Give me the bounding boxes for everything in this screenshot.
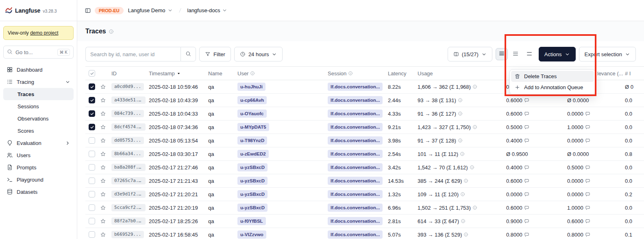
row-checkbox[interactable] bbox=[89, 178, 95, 184]
row-checkbox[interactable] bbox=[89, 151, 95, 157]
sidebar-item-datasets[interactable]: Datasets bbox=[3, 186, 74, 198]
user-pill[interactable]: u-yzSBxcD bbox=[237, 190, 268, 198]
sidebar-item-traces[interactable]: Traces bbox=[3, 88, 74, 100]
session-pill[interactable]: lf.docs.conversation... bbox=[328, 204, 383, 211]
sidebar-item-sessions[interactable]: Sessions bbox=[3, 100, 74, 112]
row-checkbox[interactable] bbox=[89, 204, 95, 211]
column-header-session[interactable]: Session bbox=[328, 70, 388, 77]
trace-id-pill[interactable]: a433de51... bbox=[111, 96, 146, 104]
trace-id-pill[interactable]: 8dcf4574... bbox=[111, 123, 146, 131]
session-pill[interactable]: lf.docs.conversation... bbox=[328, 217, 383, 225]
column-header-name[interactable]: Name bbox=[208, 70, 237, 77]
row-checkbox[interactable] bbox=[89, 110, 95, 117]
trace-id-pill[interactable]: b669529... bbox=[111, 231, 144, 239]
sidebar-item-tracing[interactable]: Tracing bbox=[3, 76, 74, 88]
bookmark-star-icon[interactable] bbox=[100, 97, 106, 103]
org-switcher[interactable]: Langfuse Demo bbox=[127, 6, 174, 15]
session-pill[interactable]: lf.docs.conversation... bbox=[328, 190, 383, 198]
table-row[interactable]: 8dcf4574... 2025-02-18 07:34:36 qa u-MYp… bbox=[85, 121, 644, 134]
row-height-small-button[interactable] bbox=[496, 48, 508, 60]
sidebar-item-evaluation[interactable]: Evaluation bbox=[3, 137, 74, 149]
trace-id-pill[interactable]: 5cca9cf2... bbox=[111, 204, 146, 212]
comment-icon[interactable] bbox=[585, 205, 590, 210]
sidebar-item-users[interactable]: Users bbox=[3, 149, 74, 161]
session-pill[interactable]: lf.docs.conversation... bbox=[328, 123, 383, 131]
demo-project-link[interactable]: demo project bbox=[30, 30, 58, 36]
session-pill[interactable]: lf.docs.conversation... bbox=[328, 83, 383, 90]
table-row[interactable]: 8b66a34... 2025-02-18 03:30:17 qa u-zEwd… bbox=[85, 147, 644, 161]
table-row[interactable]: dd05753... 2025-02-18 05:13:54 qa u-T98Y… bbox=[85, 134, 644, 147]
comment-icon[interactable] bbox=[585, 165, 590, 170]
row-checkbox[interactable] bbox=[89, 218, 95, 224]
actions-button[interactable]: Actions bbox=[539, 47, 576, 61]
search-input[interactable] bbox=[85, 47, 181, 61]
comment-icon[interactable] bbox=[524, 192, 529, 197]
session-pill[interactable]: lf.docs.conversation... bbox=[328, 96, 383, 104]
sidebar-item-playground[interactable]: Playground bbox=[3, 173, 74, 186]
comment-icon[interactable] bbox=[524, 165, 529, 170]
row-checkbox[interactable] bbox=[89, 191, 95, 197]
user-pill[interactable]: u-zEwdED2 bbox=[237, 150, 269, 158]
export-selection-button[interactable]: Export selection bbox=[579, 47, 636, 61]
bookmark-star-icon[interactable] bbox=[100, 151, 106, 157]
comment-icon[interactable] bbox=[524, 219, 529, 224]
bookmark-star-icon[interactable] bbox=[100, 218, 106, 224]
row-checkbox[interactable] bbox=[89, 164, 95, 171]
bookmark-star-icon[interactable] bbox=[100, 164, 106, 171]
comment-icon[interactable] bbox=[585, 219, 590, 224]
sidebar-item-prompts[interactable]: Prompts bbox=[3, 161, 74, 173]
comment-icon[interactable] bbox=[585, 178, 590, 184]
comment-icon[interactable] bbox=[524, 138, 529, 143]
user-pill[interactable]: u-T98YnzD bbox=[237, 136, 267, 144]
user-pill[interactable]: u-yzSBxcD bbox=[237, 177, 268, 184]
row-height-large-button[interactable] bbox=[523, 48, 535, 60]
time-range-button[interactable]: 24 hours bbox=[234, 47, 283, 61]
select-all-checkbox[interactable] bbox=[89, 70, 95, 77]
sidebar-toggle-icon[interactable] bbox=[85, 7, 91, 14]
session-pill[interactable]: lf.docs.conversation... bbox=[328, 150, 383, 158]
table-row[interactable]: 88f2a7b0... 2025-02-17 18:25:26 qa u-f0Y… bbox=[85, 215, 644, 228]
session-pill[interactable]: lf.docs.conversation... bbox=[328, 163, 383, 171]
table-row[interactable]: a433de51... 2025-02-18 10:43:39 qa u-cp6… bbox=[85, 94, 644, 107]
menu-item-delete-traces[interactable]: Delete Traces bbox=[511, 71, 594, 82]
comment-icon[interactable] bbox=[524, 178, 529, 184]
trace-id-pill[interactable]: a0cd0d9... bbox=[111, 83, 144, 91]
session-pill[interactable]: lf.docs.conversation... bbox=[328, 110, 383, 117]
comment-icon[interactable] bbox=[585, 192, 590, 197]
row-checkbox[interactable] bbox=[89, 124, 95, 130]
table-row[interactable]: b669529... 2025-02-17 16:58:45 qa u-VIZz… bbox=[85, 228, 644, 239]
bookmark-star-icon[interactable] bbox=[100, 111, 106, 117]
table-row[interactable]: ba8a208f... 2025-02-17 21:27:46 qa u-yzS… bbox=[85, 161, 644, 174]
filter-button[interactable]: Filter bbox=[199, 47, 231, 61]
comment-icon[interactable] bbox=[585, 125, 590, 130]
user-pill[interactable]: u-OYauofc bbox=[237, 110, 267, 117]
sidebar-item-observations[interactable]: Observations bbox=[3, 112, 74, 125]
user-pill[interactable]: u-cp66Avh bbox=[237, 96, 267, 104]
user-pill[interactable]: u-yzSBxcD bbox=[237, 204, 268, 211]
column-header-latency[interactable]: Latency bbox=[388, 70, 418, 77]
sidebar-item-scores[interactable]: Scores bbox=[3, 125, 74, 137]
session-pill[interactable]: lf.docs.conversation... bbox=[328, 136, 383, 144]
trace-id-pill[interactable]: 8b66a34... bbox=[111, 150, 144, 158]
column-header-id[interactable]: ID bbox=[111, 70, 149, 77]
comment-icon[interactable] bbox=[524, 111, 529, 116]
column-header-timestamp[interactable]: Timestamp bbox=[149, 70, 208, 77]
bookmark-star-icon[interactable] bbox=[100, 124, 106, 130]
table-row[interactable]: 07265c7a... 2025-02-17 21:21:43 qa u-yzS… bbox=[85, 174, 644, 188]
user-pill[interactable]: u-yzSBxcD bbox=[237, 163, 268, 171]
search-button[interactable] bbox=[181, 47, 196, 61]
trace-id-pill[interactable]: d3e9d1f2... bbox=[111, 191, 146, 198]
user-pill[interactable]: u-huJhuJi bbox=[237, 83, 265, 90]
row-checkbox[interactable] bbox=[89, 231, 95, 238]
table-row[interactable]: d3e9d1f2... 2025-02-17 21:20:21 qa u-yzS… bbox=[85, 188, 644, 201]
bookmark-star-icon[interactable] bbox=[100, 84, 106, 90]
sidebar-item-dashboard[interactable]: Dashboard bbox=[3, 64, 74, 76]
row-height-medium-button[interactable] bbox=[509, 48, 522, 60]
row-checkbox[interactable] bbox=[89, 97, 95, 103]
column-header-relevance[interactable]: levance (... bbox=[597, 70, 625, 77]
comment-icon[interactable] bbox=[585, 111, 590, 116]
trace-id-pill[interactable]: ba8a208f... bbox=[111, 164, 146, 171]
user-pill[interactable]: u-MYpDAT5 bbox=[237, 123, 269, 131]
user-pill[interactable]: u-f0YfBSL bbox=[237, 217, 266, 225]
column-header-user[interactable]: User bbox=[237, 70, 328, 77]
